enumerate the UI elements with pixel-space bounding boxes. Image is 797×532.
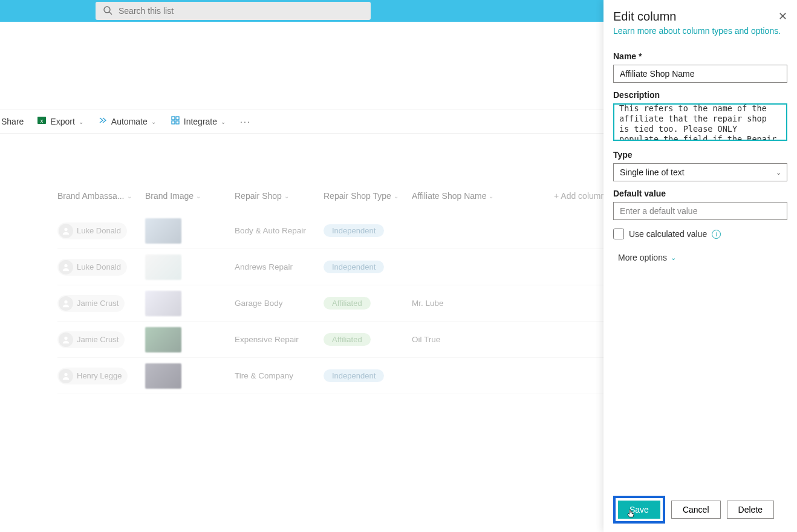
svg-rect-5 [176, 117, 179, 120]
repair-shop-text: Body & Auto Repair [235, 226, 306, 235]
col-header-repair-type[interactable]: Repair Shop Type⌄ [324, 191, 412, 201]
share-command[interactable]: Share [1, 117, 24, 126]
add-column-button[interactable]: + Add column [554, 191, 605, 201]
svg-rect-7 [176, 121, 179, 124]
svg-point-11 [64, 336, 67, 339]
brand-image-thumb[interactable] [145, 327, 181, 352]
affiliate-name-text: Mr. Lube [412, 299, 444, 308]
col-label: Repair Shop Type [324, 191, 391, 201]
col-header-ambassador[interactable]: Brand Ambassa...⌄ [57, 191, 145, 201]
svg-rect-4 [172, 117, 175, 120]
description-textarea[interactable] [613, 103, 787, 141]
svg-text:x: x [41, 118, 44, 124]
ambassador-name: Luke Donald [77, 262, 121, 271]
ambassador-chip[interactable]: Luke Donald [57, 222, 127, 239]
svg-point-8 [64, 227, 67, 230]
col-label: Brand Image [145, 191, 194, 201]
repair-type-pill: Affiliated [324, 333, 371, 346]
learn-more-link[interactable]: Learn more about column types and option… [613, 26, 787, 36]
avatar-icon [59, 332, 73, 347]
repair-shop-text: Garage Body [235, 299, 283, 308]
calculated-value-label: Use calculated value [629, 229, 707, 239]
col-header-repair-shop[interactable]: Repair Shop⌄ [235, 191, 324, 201]
automate-command[interactable]: Automate ⌄ [98, 115, 157, 127]
ambassador-chip[interactable]: Henry Legge [57, 368, 128, 384]
col-label: Repair Shop [235, 191, 282, 201]
repair-type-pill: Affiliated [324, 297, 371, 310]
svg-point-9 [64, 264, 67, 267]
integrate-label: Integrate [184, 117, 217, 126]
search-input[interactable] [119, 6, 363, 16]
repair-type-pill: Independent [324, 261, 384, 273]
brand-image-thumb[interactable] [145, 291, 181, 316]
name-input[interactable] [613, 65, 787, 83]
more-options-toggle[interactable]: More options ⌄ [613, 253, 787, 262]
more-options-label: More options [618, 253, 667, 262]
chevron-down-icon: ⌄ [489, 193, 493, 199]
excel-icon: x [37, 115, 47, 127]
panel-title: Edit column [613, 10, 677, 24]
export-command[interactable]: x Export ⌄ [37, 115, 84, 127]
svg-point-12 [64, 372, 67, 375]
type-label: Type [613, 150, 787, 160]
ambassador-chip[interactable]: Luke Donald [57, 259, 127, 276]
ambassador-chip[interactable]: Jamie Crust [57, 295, 125, 312]
name-label: Name * [613, 51, 787, 61]
close-icon[interactable]: ✕ [778, 10, 787, 23]
svg-point-0 [104, 7, 110, 13]
automate-icon [98, 115, 108, 127]
avatar-icon [59, 260, 73, 274]
description-label: Description [613, 90, 787, 100]
brand-image-thumb[interactable] [145, 255, 181, 280]
automate-label: Automate [111, 117, 148, 126]
export-label: Export [50, 117, 74, 126]
repair-type-pill: Independent [324, 224, 384, 237]
calculated-value-checkbox[interactable] [613, 229, 624, 239]
affiliate-name-text: Oil True [412, 335, 440, 344]
col-header-affiliate-name[interactable]: Affiliate Shop Name⌄ [412, 191, 554, 201]
ambassador-chip[interactable]: Jamie Crust [57, 331, 125, 348]
ambassador-name: Luke Donald [77, 226, 121, 235]
chevron-down-icon: ⌄ [196, 193, 201, 199]
panel-body: Name * Description Type Single line of t… [613, 44, 787, 487]
more-commands[interactable]: ··· [240, 117, 251, 126]
avatar-icon [59, 369, 73, 383]
search-icon [103, 5, 112, 17]
share-label: Share [1, 117, 24, 126]
cancel-button[interactable]: Cancel [671, 501, 721, 519]
default-value-label: Default value [613, 189, 787, 198]
panel-footer: Save Cancel Delete [613, 487, 787, 532]
type-select[interactable]: Single line of text [613, 163, 787, 181]
search-box[interactable] [96, 2, 371, 20]
brand-image-thumb[interactable] [145, 363, 181, 389]
col-label: Affiliate Shop Name [412, 191, 486, 201]
edit-column-panel: Edit column ✕ Learn more about column ty… [603, 0, 797, 532]
ambassador-name: Jamie Crust [77, 335, 119, 344]
chevron-down-icon: ⌄ [221, 118, 227, 125]
save-button[interactable]: Save [618, 501, 660, 519]
info-icon[interactable]: i [712, 230, 721, 239]
save-button-highlight: Save [613, 496, 665, 524]
col-label: Brand Ambassa... [57, 191, 125, 201]
ambassador-name: Henry Legge [77, 371, 122, 380]
default-value-input[interactable] [613, 202, 787, 220]
svg-line-1 [109, 12, 112, 15]
delete-button[interactable]: Delete [727, 501, 774, 519]
chevron-down-icon: ⌄ [284, 193, 289, 199]
chevron-down-icon: ⌄ [151, 118, 157, 125]
brand-image-thumb[interactable] [145, 218, 181, 244]
repair-shop-text: Andrews Repair [235, 262, 293, 271]
repair-shop-text: Expensive Repair [235, 335, 299, 344]
col-header-image[interactable]: Brand Image⌄ [145, 191, 235, 201]
integrate-icon [171, 115, 180, 127]
chevron-down-icon: ⌄ [671, 254, 676, 262]
chevron-down-icon: ⌄ [79, 118, 85, 125]
ambassador-name: Jamie Crust [77, 299, 119, 308]
integrate-command[interactable]: Integrate ⌄ [171, 115, 227, 127]
avatar-icon [59, 224, 73, 238]
svg-point-10 [64, 300, 67, 303]
repair-type-pill: Independent [324, 369, 384, 382]
avatar-icon [59, 296, 73, 311]
add-column-label: + Add column [554, 191, 605, 201]
repair-shop-text: Tire & Company [235, 371, 293, 380]
